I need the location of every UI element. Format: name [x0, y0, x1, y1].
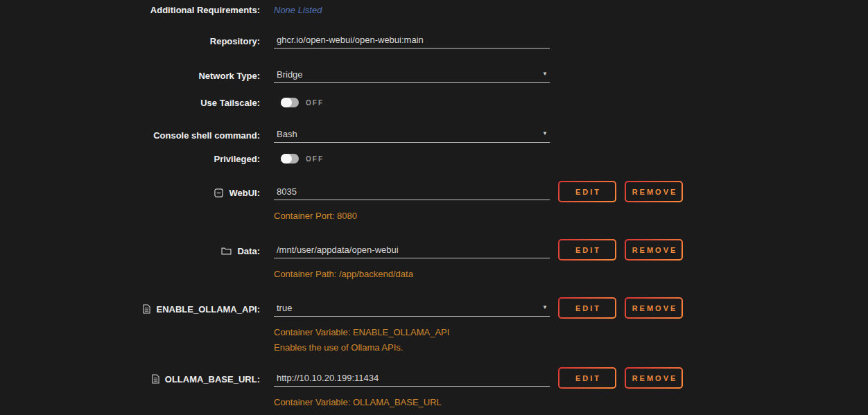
- toggle-state-text: OFF: [306, 97, 324, 108]
- field-label-text: Network Type:: [198, 71, 260, 81]
- form-row-repository: Repository:: [0, 33, 868, 48]
- ollama-base-url-label: OLLAMA_BASE_URL:: [0, 371, 260, 387]
- ollama-base-url-help-text: Container Variable: OLLAMA_BASE_URL: [274, 396, 442, 407]
- minus-square-icon: [214, 188, 223, 197]
- console-shell-command-label: Console shell command:: [0, 127, 260, 143]
- network-type-select[interactable]: Bridge ▼: [274, 68, 550, 83]
- field-label-text: ENABLE_OLLAMA_API:: [156, 304, 260, 315]
- form-row-use-tailscale: Use Tailscale: OFF: [0, 97, 868, 108]
- remove-button[interactable]: REMOVE: [625, 181, 683, 202]
- folder-icon: [221, 247, 232, 255]
- privileged-label: Privileged:: [0, 153, 260, 164]
- repository-field: [274, 33, 550, 48]
- toggle-knob: [281, 154, 292, 164]
- field-label-text: Repository:: [210, 36, 260, 46]
- selected-option: true: [277, 303, 292, 313]
- privileged-toggle[interactable]: [281, 154, 299, 164]
- field-label-text: Data:: [237, 246, 260, 256]
- ollama-base-url-input[interactable]: [274, 372, 550, 387]
- edit-button[interactable]: EDIT: [558, 239, 616, 261]
- data-label: Data:: [0, 243, 260, 258]
- enable-ollama-api-select[interactable]: true ▼: [274, 301, 550, 317]
- form-row-webui-port: WebUI: EDIT REMOVE: [0, 185, 868, 200]
- edit-button[interactable]: EDIT: [558, 367, 616, 389]
- data-path-help-text: Container Path: /app/backend/data: [274, 268, 413, 279]
- form-row-additional-requirements: Additional Requirements: None Listed: [0, 4, 868, 15]
- toggle-knob: [281, 98, 292, 107]
- form-row-data-path: Data: EDIT REMOVE: [0, 243, 868, 258]
- data-path-field: [274, 243, 550, 258]
- selected-option: Bash: [277, 129, 297, 139]
- field-label-text: OLLAMA_BASE_URL:: [165, 374, 260, 385]
- webui-port-help-text: Container Port: 8080: [274, 210, 357, 221]
- tailscale-toggle[interactable]: [281, 98, 299, 107]
- edit-button[interactable]: EDIT: [558, 297, 616, 319]
- ollama-base-url-field: [274, 371, 550, 387]
- field-label-text: WebUI:: [229, 188, 260, 198]
- repository-label: Repository:: [0, 33, 260, 48]
- field-label-text: Additional Requirements:: [150, 5, 260, 15]
- additional-requirements-link[interactable]: None Listed: [274, 4, 322, 15]
- network-type-label: Network Type:: [0, 68, 260, 83]
- repository-input[interactable]: [274, 34, 550, 48]
- enable-ollama-api-description-text: Enables the use of Ollama APIs.: [274, 342, 403, 353]
- toggle-state-text: OFF: [306, 153, 324, 164]
- console-shell-command-select[interactable]: Bash ▼: [274, 127, 550, 143]
- chevron-down-icon: ▼: [542, 71, 548, 77]
- file-icon: [143, 304, 150, 314]
- webui-label: WebUI:: [0, 185, 260, 200]
- form-row-privileged: Privileged: OFF: [0, 153, 868, 164]
- form-row-console-shell-command: Console shell command: Bash ▼: [0, 127, 868, 143]
- field-label-text: Privileged:: [214, 154, 260, 164]
- enable-ollama-api-help-text: Container Variable: ENABLE_OLLAMA_API: [274, 326, 449, 337]
- use-tailscale-label: Use Tailscale:: [0, 97, 260, 108]
- webui-port-input[interactable]: [274, 186, 550, 200]
- remove-button[interactable]: REMOVE: [625, 367, 683, 389]
- webui-port-field: [274, 185, 550, 200]
- form-row-network-type: Network Type: Bridge ▼: [0, 68, 868, 83]
- field-label-text: Console shell command:: [153, 130, 260, 141]
- chevron-down-icon: ▼: [542, 131, 548, 136]
- enable-ollama-api-label: ENABLE_OLLAMA_API:: [0, 301, 260, 317]
- edit-button[interactable]: EDIT: [558, 181, 616, 202]
- file-icon: [152, 374, 159, 384]
- docker-container-settings-form: Additional Requirements: None Listed Rep…: [0, 0, 868, 415]
- data-path-input[interactable]: [274, 244, 550, 258]
- selected-option: Bridge: [277, 69, 303, 80]
- form-row-ollama-base-url: OLLAMA_BASE_URL: EDIT REMOVE: [0, 371, 868, 387]
- form-row-enable-ollama-api: ENABLE_OLLAMA_API: true ▼ EDIT REMOVE: [0, 301, 868, 317]
- remove-button[interactable]: REMOVE: [625, 239, 683, 261]
- remove-button[interactable]: REMOVE: [625, 297, 683, 319]
- chevron-down-icon: ▼: [542, 305, 548, 310]
- field-label-text: Use Tailscale:: [200, 98, 260, 108]
- additional-requirements-label: Additional Requirements:: [0, 4, 260, 15]
